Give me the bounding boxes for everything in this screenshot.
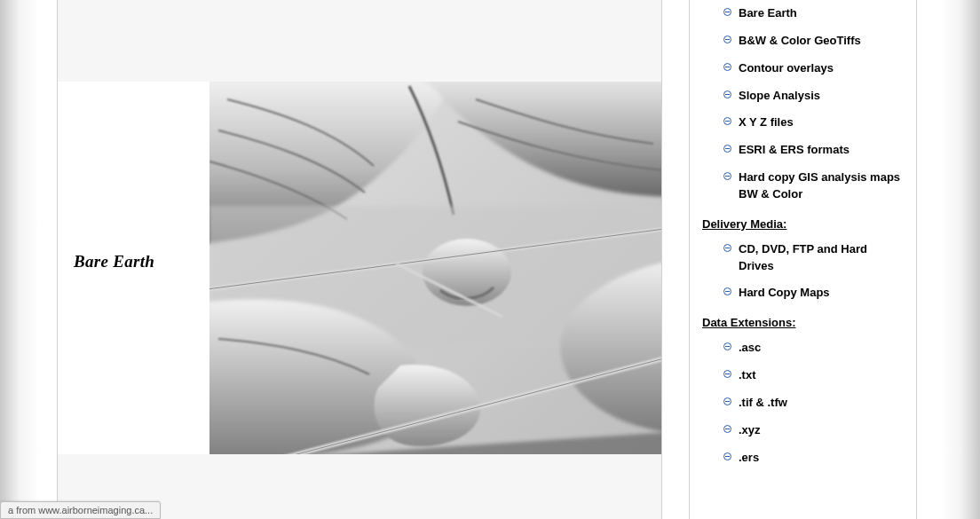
extension-label: .tif & .tfw [739,396,787,409]
bullet-icon [723,342,731,350]
extension-item[interactable]: .asc [690,334,916,362]
product-label: Bare Earth [739,6,797,20]
svg-rect-20 [725,291,730,292]
delivery-label: CD, DVD, FTP and Hard Drives [739,242,867,272]
extensions-heading: Data Extensions: [690,307,916,334]
delivery-list: CD, DVD, FTP and Hard DrivesHard Copy Ma… [690,236,916,308]
bullet-icon [723,117,731,125]
extension-item[interactable]: .tif & .tfw [690,389,916,417]
extension-label: .txt [739,368,756,381]
product-label: Contour overlays [739,61,834,75]
product-item[interactable]: B&W & Color GeoTiffs [690,28,916,55]
product-label: Hard copy GIS analysis maps BW & Color [739,170,900,201]
product-item[interactable]: Contour overlays [690,55,916,83]
product-label: X Y Z files [739,115,794,129]
products-list: Bare EarthB&W & Color GeoTiffsContour ov… [690,0,916,208]
content-column: Bare Earth [57,0,662,519]
bullet-icon [723,425,731,433]
image-label: Bare Earth [74,252,154,271]
bullet-icon [723,63,731,71]
delivery-item[interactable]: CD, DVD, FTP and Hard Drives [690,236,916,280]
delivery-heading: Delivery Media: [690,208,916,236]
svg-rect-30 [725,456,730,457]
svg-rect-24 [725,374,730,374]
extension-label: .ers [739,451,759,464]
svg-rect-14 [725,148,730,149]
product-label: B&W & Color GeoTiffs [739,34,861,47]
product-item[interactable]: Slope Analysis [690,83,916,110]
bullet-icon [723,244,731,252]
svg-rect-26 [725,401,730,402]
svg-rect-18 [725,248,730,248]
svg-rect-12 [725,121,730,122]
bullet-icon [723,452,731,460]
product-label: ESRI & ERS formats [739,143,850,156]
svg-rect-4 [725,12,730,12]
svg-rect-28 [725,429,730,429]
bullet-icon [723,287,731,295]
extension-item[interactable]: .txt [690,362,916,389]
bullet-icon [723,397,731,405]
delivery-label: Hard Copy Maps [739,286,830,299]
product-item[interactable]: Hard copy GIS analysis maps BW & Color [690,164,916,208]
image-card: Bare Earth [58,82,661,454]
svg-point-2 [423,239,511,306]
status-text: a from www.airborneimaging.ca... [8,505,153,515]
svg-rect-8 [725,67,730,67]
svg-rect-22 [725,346,730,347]
sidebar: Bare EarthB&W & Color GeoTiffsContour ov… [689,0,917,519]
extension-item[interactable]: .xyz [690,417,916,444]
svg-rect-16 [725,176,730,177]
bullet-icon [723,370,731,378]
extension-label: .xyz [739,423,761,436]
bullet-icon [723,145,731,153]
product-item[interactable]: Bare Earth [690,0,916,28]
product-item[interactable]: ESRI & ERS formats [690,137,916,164]
bullet-icon [723,35,731,43]
terrain-image [209,82,661,454]
bullet-icon [723,8,731,16]
extension-label: .asc [739,341,761,354]
bullet-icon [723,172,731,180]
browser-status-bar: a from www.airborneimaging.ca... [0,501,161,519]
svg-rect-6 [725,39,730,40]
product-label: Slope Analysis [739,89,820,102]
svg-rect-10 [725,94,730,95]
extension-item[interactable]: .ers [690,444,916,472]
delivery-item[interactable]: Hard Copy Maps [690,279,916,307]
bullet-icon [723,90,731,98]
product-item[interactable]: X Y Z files [690,109,916,137]
extensions-list: .asc.txt.tif & .tfw.xyz.ers [690,334,916,471]
